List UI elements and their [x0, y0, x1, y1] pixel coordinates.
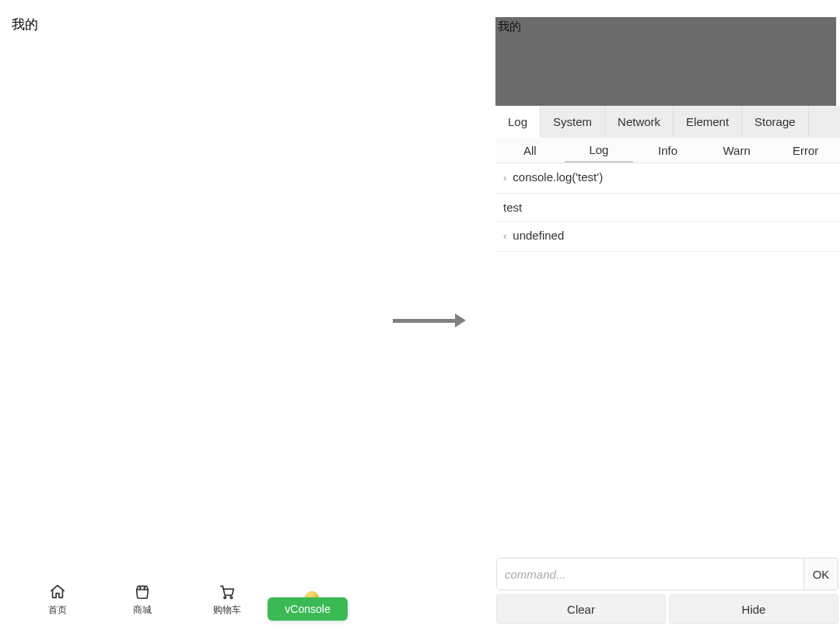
svg-point-0	[140, 587, 141, 588]
clear-button[interactable]: Clear	[496, 594, 666, 624]
caret-right-icon: ›	[503, 170, 506, 186]
log-filter-tabs: All Log Info Warn Error	[495, 138, 840, 163]
filter-warn[interactable]: Warn	[702, 138, 772, 163]
filter-log[interactable]: Log	[565, 138, 634, 163]
app-after: 我的 Log System Network Element Storage Al…	[495, 0, 840, 630]
log-entry-return[interactable]: ‹ undefined	[495, 222, 840, 252]
tabbar-item-label: 首页	[48, 604, 67, 617]
svg-point-1	[144, 587, 145, 588]
tabbar-item-label: 商城	[133, 604, 152, 617]
page-title: 我的	[498, 19, 521, 34]
tab-network[interactable]: Network	[605, 106, 674, 138]
vconsole-button[interactable]: vConsole	[268, 597, 348, 621]
log-text: test	[503, 201, 522, 214]
tabbar-item-label: 购物车	[213, 604, 241, 617]
log-entry-output[interactable]: test	[495, 194, 840, 222]
log-list: › console.log('test') test ‹ undefined	[495, 163, 840, 252]
log-entry-input[interactable]: › console.log('test')	[495, 163, 840, 194]
app-before: 我的 首页 商城 购物车	[0, 0, 354, 630]
dimmed-backdrop: 我的	[495, 17, 836, 106]
caret-left-icon: ‹	[503, 229, 506, 244]
hide-button[interactable]: Hide	[669, 594, 838, 624]
tab-element[interactable]: Element	[674, 106, 742, 138]
cart-icon	[218, 583, 236, 601]
tabbar-item-home[interactable]: 首页	[16, 583, 100, 617]
command-bar: OK	[496, 558, 838, 590]
filter-info[interactable]: Info	[633, 138, 702, 163]
arrow-icon	[393, 313, 466, 327]
tab-log[interactable]: Log	[495, 106, 541, 138]
tab-system[interactable]: System	[541, 106, 605, 138]
tab-storage[interactable]: Storage	[742, 106, 809, 138]
store-icon	[133, 583, 152, 601]
command-input[interactable]	[497, 558, 803, 590]
vconsole-tabs: Log System Network Element Storage	[495, 106, 840, 138]
home-icon	[48, 583, 67, 601]
svg-point-3	[230, 597, 233, 599]
tabbar-item-store[interactable]: 商城	[100, 583, 185, 617]
vconsole-footer: Clear Hide	[496, 594, 838, 624]
svg-point-2	[224, 597, 226, 599]
filter-all[interactable]: All	[495, 138, 565, 163]
filter-error[interactable]: Error	[771, 138, 840, 163]
ok-button[interactable]: OK	[803, 558, 838, 590]
tabbar-item-cart[interactable]: 购物车	[185, 583, 270, 617]
log-text: console.log('test')	[513, 170, 603, 186]
page-title: 我的	[12, 16, 38, 33]
log-text: undefined	[513, 229, 564, 244]
